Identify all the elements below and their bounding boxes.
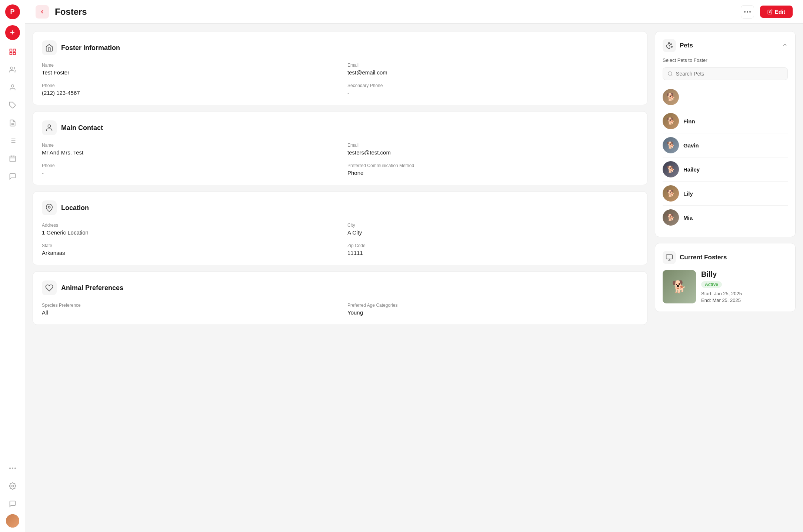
state-field: State Arkansas [42,243,333,256]
edit-button[interactable]: Edit [760,6,793,18]
contact-comm-method-field: Preferred Communication Method Phone [347,163,638,176]
list-item[interactable]: 🐕 Gavin [663,133,788,157]
svg-point-20 [12,468,13,469]
pets-icon [663,39,676,52]
right-panel: Pets Select Pets to Foster [655,31,796,525]
current-fosters-title: Current Fosters [680,254,727,261]
pet-avatar: 🐕 [663,137,679,153]
sidebar-item-tag[interactable] [5,98,20,113]
pet-name: Mia [683,215,693,221]
foster-info-title: Foster Information [61,44,120,52]
contact-phone-field: Phone - [42,163,333,176]
animal-preferences-icon [42,280,57,295]
location-card: Location Address 1 Generic Location City… [33,191,647,265]
sidebar-item-list[interactable] [5,133,20,148]
svg-rect-1 [13,49,15,51]
sidebar-more-icon[interactable] [5,461,20,476]
zip-field: Zip Code 11111 [347,243,638,256]
current-fosters-icon [663,251,676,264]
svg-point-25 [749,11,751,13]
species-preference-field: Species Preference All [42,303,333,316]
list-item[interactable]: 🐕 Mia [663,206,788,229]
search-input[interactable] [676,71,783,77]
main-contact-icon [42,120,57,135]
svg-point-4 [10,67,13,70]
svg-point-24 [747,11,748,13]
pet-avatar: 🐕 [663,89,679,105]
animal-preferences-title: Animal Preferences [61,284,123,292]
svg-point-21 [14,468,16,469]
foster-start-date: Start: Jan 25, 2025 [701,291,788,296]
list-item[interactable]: 🐕 Hailey [663,157,788,182]
header: Fosters Edit [25,0,803,24]
pets-subtitle: Select Pets to Foster [663,57,788,63]
svg-point-29 [670,44,672,45]
svg-line-32 [671,75,672,76]
sidebar-settings-icon[interactable] [5,479,20,493]
foster-name-field: Name Test Foster [42,63,333,76]
user-avatar[interactable] [6,514,19,528]
main-contact-card: Main Contact Name Mr And Mrs. Test Email… [33,111,647,185]
left-panel: Foster Information Name Test Foster Emai… [33,31,647,525]
pet-name: Gavin [683,142,699,149]
city-field: City A City [347,223,638,236]
sidebar-item-grid[interactable] [5,44,20,59]
foster-info-icon [42,40,57,55]
sidebar-item-users[interactable] [5,62,20,77]
back-button[interactable] [36,5,49,19]
svg-point-30 [671,46,672,47]
foster-secondary-phone-field: Secondary Phone - [347,83,638,96]
foster-pet-info: Billy Active Start: Jan 25, 2025 End: Ma… [701,270,788,304]
address-field: Address 1 Generic Location [42,223,333,236]
pets-search-box[interactable] [663,67,788,80]
pet-avatar: 🐕 [663,185,679,202]
age-categories-field: Preferred Age Categories Young [347,303,638,316]
svg-point-28 [669,43,670,44]
sidebar-item-report[interactable] [5,116,20,130]
svg-rect-33 [666,255,673,259]
svg-rect-0 [10,49,12,51]
location-title: Location [61,204,89,212]
sidebar-message-icon[interactable] [5,496,20,511]
list-item[interactable]: 🐕 Lily [663,182,788,206]
page-title: Fosters [55,7,735,17]
more-options-button[interactable] [741,5,754,19]
list-item[interactable]: 🐕 [663,85,788,109]
sidebar-item-person[interactable] [5,80,20,95]
pet-name: Finn [683,118,695,124]
svg-point-26 [48,125,50,127]
pet-avatar: 🐕 [663,209,679,226]
list-item[interactable]: 🐕 Finn [663,109,788,133]
svg-point-5 [11,85,14,87]
search-icon [667,71,673,77]
main-wrapper: Fosters Edit [25,0,803,532]
pet-name: Lily [683,190,693,197]
foster-email-field: Email test@email.com [347,63,638,76]
sidebar-item-chat[interactable] [5,169,20,184]
content-area: Foster Information Name Test Foster Emai… [25,24,803,532]
sidebar: P + [0,0,25,532]
pet-avatar: 🐕 [663,113,679,129]
contact-email-field: Email testers@test.com [347,143,638,156]
foster-pet-image: 🐕 [663,270,696,303]
add-button[interactable]: + [5,25,20,40]
status-badge: Active [701,281,722,288]
svg-rect-3 [13,53,15,55]
pets-card: Pets Select Pets to Foster [655,31,796,237]
svg-rect-15 [10,156,15,162]
foster-item: 🐕 Billy Active Start: Jan 25, 2025 End: … [663,270,788,304]
foster-info-card: Foster Information Name Test Foster Emai… [33,31,647,105]
pets-card-title: Pets [680,42,693,49]
svg-point-31 [668,72,672,75]
location-icon [42,200,57,215]
svg-rect-2 [10,53,12,55]
pets-collapse-button[interactable] [782,42,788,49]
main-contact-title: Main Contact [61,124,103,132]
foster-pet-name: Billy [701,270,788,279]
app-logo: P [5,4,20,19]
sidebar-item-calendar[interactable] [5,151,20,166]
pet-name: Hailey [683,166,700,173]
svg-point-27 [48,206,50,208]
pet-avatar: 🐕 [663,161,679,177]
foster-end-date: End: Mar 25, 2025 [701,297,788,303]
